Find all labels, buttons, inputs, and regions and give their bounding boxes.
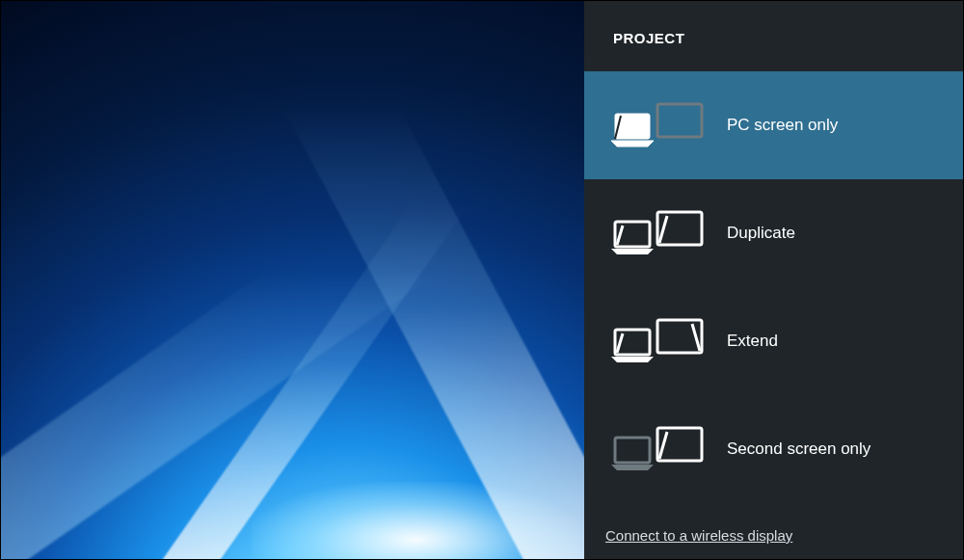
- option-label: Second screen only: [727, 440, 870, 459]
- svg-rect-1: [657, 104, 702, 137]
- option-duplicate[interactable]: Duplicate: [584, 179, 964, 287]
- option-pc-screen-only[interactable]: PC screen only: [584, 71, 964, 179]
- second-screen-only-icon: [609, 424, 717, 474]
- desktop-wallpaper: [1, 1, 584, 559]
- extend-icon: [609, 316, 717, 366]
- connect-wireless-display-link[interactable]: Connect to a wireless display: [584, 527, 964, 559]
- panel-title: PROJECT: [584, 1, 964, 71]
- pc-screen-only-icon: [609, 100, 717, 150]
- svg-rect-6: [615, 438, 650, 463]
- option-label: Duplicate: [727, 224, 795, 243]
- option-label: Extend: [727, 332, 778, 351]
- duplicate-icon: [609, 208, 717, 258]
- option-extend[interactable]: Extend: [584, 287, 964, 395]
- option-second-screen-only[interactable]: Second screen only: [584, 395, 964, 503]
- project-panel: PROJECT PC screen only: [584, 1, 964, 559]
- option-label: PC screen only: [727, 116, 838, 135]
- light-bloom-decoration: [252, 482, 579, 559]
